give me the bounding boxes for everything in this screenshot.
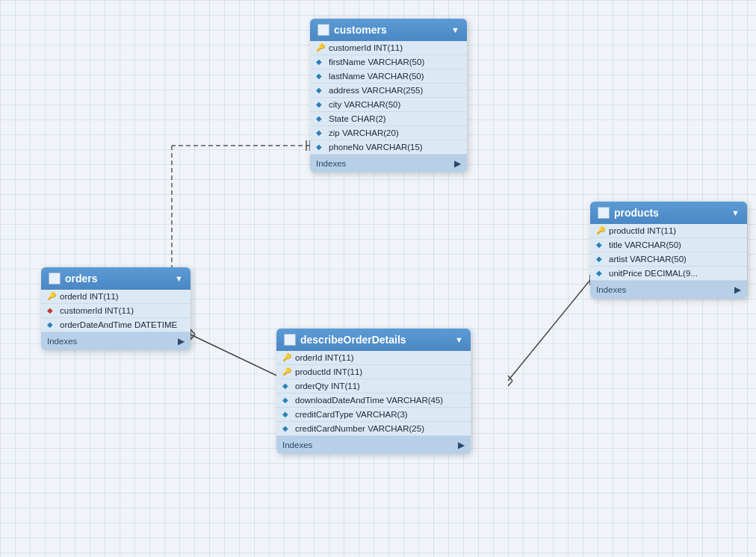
table-row: 🔑 productId INT(11) [590,224,747,238]
svg-line-19 [508,376,512,381]
indexes-arrow-icon: ▶ [454,158,461,169]
describe-table-name: describeOrderDetails [300,334,406,346]
table-row: ◆ lastName VARCHAR(50) [310,69,467,84]
table-row: 🔑 orderId INT(11) [276,351,471,365]
products-dropdown-icon[interactable]: ▼ [731,208,740,217]
diamond-red-icon: ◆ [47,306,56,315]
svg-line-10 [190,334,195,340]
table-row: ◆ firstName VARCHAR(50) [310,55,467,69]
table-row: ◆ zip VARCHAR(20) [310,126,467,140]
diamond-icon: ◆ [316,86,325,95]
products-table-icon [598,207,610,219]
orders-table-name: orders [65,273,98,284]
table-row: ◆ customerId INT(11) [41,304,190,318]
table-row: 🔑 customerId INT(11) [310,41,467,55]
customers-indexes[interactable]: Indexes ▶ [310,155,467,172]
key-icon: 🔑 [47,292,56,301]
table-row: ◆ creditCardType VARCHAR(3) [276,408,471,422]
customers-dropdown-icon[interactable]: ▼ [451,25,459,34]
key-red-icon: 🔑 [282,353,291,362]
table-row: ◆ phoneNo VARCHAR(15) [310,140,467,155]
key-icon: 🔑 [596,226,605,235]
diamond-icon: ◆ [316,57,325,66]
key-icon: 🔑 [316,43,325,52]
svg-line-9 [190,329,195,334]
products-table: products ▼ 🔑 productId INT(11) ◆ title V… [590,202,747,299]
products-table-name: products [614,207,659,219]
table-row: ◆ State CHAR(2) [310,112,467,126]
diamond-icon: ◆ [282,382,291,390]
orders-indexes[interactable]: Indexes ▶ [41,332,190,350]
diamond-icon: ◆ [596,255,605,264]
products-indexes-label: Indexes [596,285,626,294]
describe-indexes[interactable]: Indexes ▶ [276,436,471,454]
diamond-icon: ◆ [316,128,325,137]
orders-table: orders ▼ 🔑 orderId INT(11) ◆ customerId … [41,267,190,350]
table-row: ◆ address VARCHAR(255) [310,84,467,98]
table-row: 🔑 productId INT(11) [276,365,471,379]
diamond-icon: ◆ [316,72,325,81]
diamond-icon: ◆ [596,240,605,249]
diamond-icon: ◆ [316,143,325,152]
indexes-arrow-icon: ▶ [178,336,185,346]
products-header[interactable]: products ▼ [590,202,747,224]
orders-dropdown-icon[interactable]: ▼ [175,274,183,283]
table-row: ◆ creditCardNumber VARCHAR(25) [276,422,471,436]
diamond-icon: ◆ [282,424,291,433]
table-row: ◆ city VARCHAR(50) [310,98,467,112]
diamond-icon: ◆ [282,410,291,419]
describe-fields: 🔑 orderId INT(11) 🔑 productId INT(11) ◆ … [276,351,471,436]
diamond-icon: ◆ [596,269,605,278]
diamond-icon: ◆ [316,114,325,123]
customers-indexes-label: Indexes [316,159,346,168]
table-row: ◆ unitPrice DECIMAL(9... [590,267,747,281]
svg-line-20 [508,381,512,386]
products-fields: 🔑 productId INT(11) ◆ title VARCHAR(50) … [590,224,747,281]
table-row: ◆ title VARCHAR(50) [590,238,747,252]
orders-table-icon [49,273,61,284]
orders-fields: 🔑 orderId INT(11) ◆ customerId INT(11) ◆… [41,290,190,332]
customers-table: customers ▼ 🔑 customerId INT(11) ◆ first… [310,19,467,172]
indexes-arrow-icon: ▶ [458,440,465,450]
table-row: 🔑 orderId INT(11) [41,290,190,304]
describe-order-details-table: describeOrderDetails ▼ 🔑 orderId INT(11)… [276,329,471,454]
diamond-icon: ◆ [282,396,291,405]
products-indexes[interactable]: Indexes ▶ [590,281,747,299]
orders-header[interactable]: orders ▼ [41,267,190,290]
indexes-arrow-icon: ▶ [734,284,741,295]
orders-indexes-label: Indexes [47,337,77,346]
diamond-icon: ◆ [316,100,325,109]
key-red-icon: 🔑 [282,367,291,376]
customers-header[interactable]: customers ▼ [310,19,467,41]
table-row: ◆ artist VARCHAR(50) [590,252,747,267]
table-row: ◆ orderQty INT(11) [276,379,471,393]
customers-table-name: customers [334,24,387,36]
table-row: ◆ orderDateAndTime DATETIME [41,318,190,332]
customers-table-icon [317,24,329,36]
describe-order-details-header[interactable]: describeOrderDetails ▼ [276,329,471,351]
db-canvas: customers ▼ 🔑 customerId INT(11) ◆ first… [0,0,756,557]
diamond-icon: ◆ [47,320,56,329]
describe-dropdown-icon[interactable]: ▼ [455,335,463,344]
svg-line-8 [190,334,288,381]
describe-indexes-label: Indexes [282,441,312,449]
table-row: ◆ downloadDateAndTime VARCHAR(45) [276,393,471,408]
svg-line-15 [508,280,590,381]
describe-table-icon [284,334,296,346]
customers-fields: 🔑 customerId INT(11) ◆ firstName VARCHAR… [310,41,467,155]
